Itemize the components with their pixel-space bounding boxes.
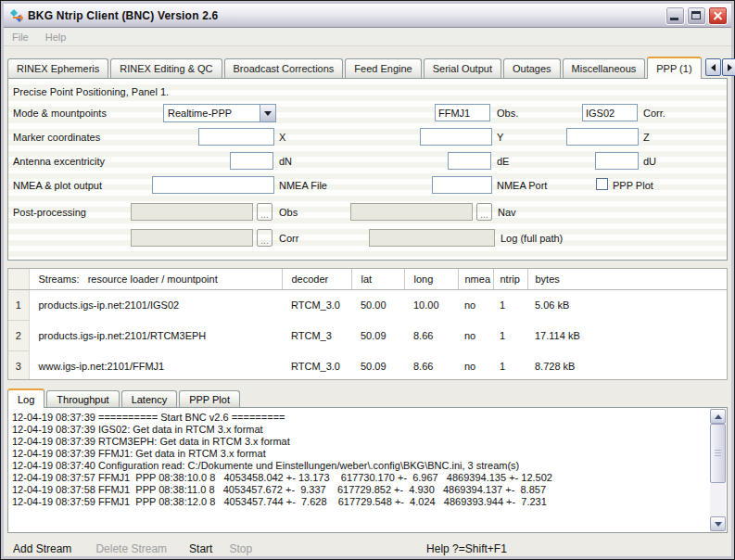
streams-table-header: Streams: resource loader / mountpoint de… <box>8 269 727 289</box>
post-nav-label: Nav <box>498 207 516 218</box>
post-log-label: Log (full path) <box>501 233 563 244</box>
minimize-button[interactable] <box>665 6 685 25</box>
arrow-down-icon <box>715 522 722 527</box>
ppp-panel: Precise Point Positioning, Panel 1. Mode… <box>7 78 728 261</box>
stream-row[interactable]: 3 www.igs-ip.net:2101/FFMJ1 RTCM_3.0 50.… <box>8 350 727 380</box>
tab-rinex-ephemeris[interactable]: RINEX Ephemeris <box>7 58 108 78</box>
log-line: 12-04-19 08:37:40 Configuration read: C:… <box>12 460 725 472</box>
chevron-right-icon <box>728 64 732 71</box>
post-processing-label: Post-processing <box>13 207 86 218</box>
delete-stream-button[interactable]: Delete Stream <box>95 542 167 555</box>
corr-label: Corr. <box>643 108 665 119</box>
chevron-left-icon <box>711 64 716 71</box>
nmea-port-input[interactable] <box>432 176 492 194</box>
log-tab-bar: Log Throughput Latency PPP Plot <box>4 388 731 407</box>
col-nmea: nmea <box>458 269 493 289</box>
start-button[interactable]: Start <box>189 542 212 555</box>
log-line: 12-04-19 08:37:57 FFMJ1 PPP 08:38:10.0 8… <box>12 472 725 484</box>
streams-table: Streams: resource loader / mountpoint de… <box>7 268 728 380</box>
tab-rinex-editing-qc[interactable]: RINEX Editing & QC <box>110 58 222 78</box>
ppp-plot-label: PPP Plot <box>613 180 653 191</box>
antenna-dn-input[interactable] <box>230 152 273 170</box>
log-scrollbar[interactable] <box>710 409 726 531</box>
log-view: 12-04-19 08:37:39 ========== Start BNC v… <box>7 407 728 533</box>
menu-file[interactable]: File <box>12 32 29 43</box>
antenna-dn-label: dN <box>279 156 292 167</box>
nmea-plot-output-label: NMEA & plot output <box>13 180 102 191</box>
menu-bar: File Help <box>4 28 731 46</box>
tab-ppp-plot[interactable]: PPP Plot <box>179 390 240 407</box>
tab-feed-engine[interactable]: Feed Engine <box>345 58 421 78</box>
corr-mountpoint-input[interactable] <box>582 104 638 121</box>
log-line: 12-04-19 08:37:39 IGS02: Get data in RTC… <box>12 424 725 436</box>
scroll-up-button[interactable] <box>710 409 726 424</box>
tab-latency[interactable]: Latency <box>121 390 178 407</box>
stop-button[interactable]: Stop <box>229 542 252 555</box>
post-nav-browse-button[interactable]: ... <box>476 203 492 221</box>
log-line: 12-04-19 08:37:39 FFMJ1: Get data in RTC… <box>12 448 725 460</box>
col-ntrip: ntrip <box>493 269 527 289</box>
col-bytes: bytes <box>527 269 727 289</box>
marker-z-label: Z <box>643 132 650 143</box>
antenna-du-input[interactable] <box>595 152 639 170</box>
stream-row[interactable]: 1 products.igs-ip.net:2101/IGS02 RTCM_3.… <box>8 289 727 320</box>
panel-heading: Precise Point Positioning, Panel 1. <box>13 86 169 97</box>
post-obs-input[interactable] <box>131 203 253 221</box>
tab-outages[interactable]: Outages <box>503 58 561 78</box>
col-mountpoint: Streams: resource loader / mountpoint <box>29 269 282 289</box>
tab-log[interactable]: Log <box>7 388 44 408</box>
log-line: 12-04-19 08:37:39 ========== Start BNC v… <box>12 412 725 424</box>
tab-broadcast-corrections[interactable]: Broadcast Corrections <box>224 58 344 78</box>
help-shortcut-label: Help ?=Shift+F1 <box>426 542 507 555</box>
nmea-port-label: NMEA Port <box>497 180 547 191</box>
obs-label: Obs. <box>497 108 518 119</box>
arrow-up-icon <box>715 414 722 419</box>
antenna-de-label: dE <box>497 156 509 167</box>
tab-throughput[interactable]: Throughput <box>46 390 119 407</box>
scroll-down-button[interactable] <box>710 516 726 531</box>
post-corr-label: Corr <box>279 233 298 244</box>
post-obs-label: Obs <box>279 207 298 218</box>
marker-x-label: X <box>279 132 285 143</box>
marker-coordinates-label: Marker coordinates <box>13 132 100 143</box>
marker-z-input[interactable] <box>566 128 639 146</box>
col-long: long <box>404 269 458 289</box>
main-tab-bar: RINEX Ephemeris RINEX Editing & QC Broad… <box>4 56 731 78</box>
nmea-file-input[interactable] <box>152 176 274 194</box>
tab-serial-output[interactable]: Serial Output <box>424 58 501 78</box>
post-log-input[interactable] <box>369 229 495 247</box>
title-bar[interactable]: BKG Ntrip Client (BNC) Version 2.6 <box>4 4 731 28</box>
window-title: BKG Ntrip Client (BNC) Version 2.6 <box>28 9 219 22</box>
stream-row[interactable]: 2 products.igs-ip.net:2101/RTCM3EPH RTCM… <box>8 320 727 350</box>
antenna-du-label: dU <box>643 156 656 167</box>
maximize-button[interactable] <box>687 6 706 25</box>
post-obs-browse-button[interactable]: ... <box>257 203 272 221</box>
log-line: 12-04-19 08:37:59 FFMJ1 PPP 08:38:12.0 8… <box>12 496 725 508</box>
tab-miscellaneous[interactable]: Miscellaneous <box>563 58 646 78</box>
app-icon <box>9 8 24 23</box>
tab-scroll-right-button[interactable] <box>722 58 735 76</box>
col-decoder: decoder <box>282 269 351 289</box>
tab-scroll-buttons <box>705 58 735 76</box>
ppp-plot-checkbox[interactable] <box>596 178 608 190</box>
col-lat: lat <box>351 269 404 289</box>
antenna-de-input[interactable] <box>448 152 491 170</box>
post-nav-input[interactable] <box>350 203 473 221</box>
scrollbar-thumb[interactable] <box>710 424 726 483</box>
mode-mountpoints-label: Mode & mountpoints <box>13 108 107 119</box>
post-corr-browse-button[interactable]: ... <box>257 229 272 247</box>
post-corr-input[interactable] <box>131 229 253 247</box>
obs-mountpoint-input[interactable] <box>435 104 490 121</box>
tab-scroll-left-button[interactable] <box>705 58 721 76</box>
tab-ppp-1[interactable]: PPP (1) <box>647 57 701 79</box>
close-button[interactable] <box>708 6 728 25</box>
add-stream-button[interactable]: Add Stream <box>13 542 71 555</box>
menu-help[interactable]: Help <box>45 32 67 43</box>
marker-y-input[interactable] <box>420 128 492 146</box>
nmea-file-label: NMEA File <box>279 180 327 191</box>
marker-x-input[interactable] <box>198 128 274 146</box>
mode-select[interactable]: Realtime-PPP <box>163 104 276 122</box>
mode-select-value: Realtime-PPP <box>168 108 232 119</box>
antenna-excentricity-label: Antenna excentricity <box>13 156 105 167</box>
mode-select-dropdown-button[interactable] <box>260 105 275 121</box>
